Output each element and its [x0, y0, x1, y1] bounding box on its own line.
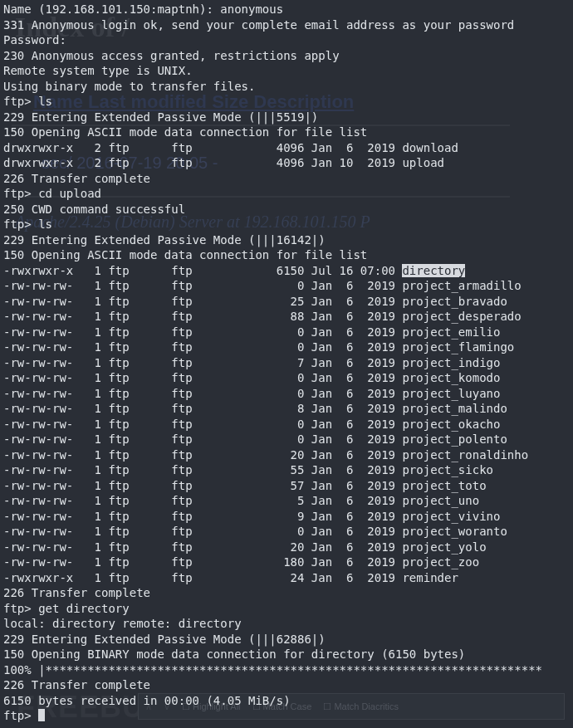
file-listing-row: drwxrwxr-x 2 ftp ftp 4096 Jan 10 2019 up… — [3, 155, 570, 171]
server-229: 229 Entering Extended Passive Mode (|||1… — [3, 232, 570, 248]
password-prompt: Password: — [3, 32, 570, 48]
file-listing-row: -rwxrwxr-x 1 ftp ftp 6150 Jul 16 07:00 d… — [3, 263, 570, 279]
terminal-output[interactable]: Name (192.168.101.150:maptnh): anonymous… — [0, 0, 573, 726]
file-listing-row: -rw-rw-rw- 1 ftp ftp 7 Jan 6 2019 projec… — [3, 355, 570, 371]
ftp-prompt: ftp> — [3, 95, 38, 108]
file-listing-row: -rw-rw-rw- 1 ftp ftp 0 Jan 6 2019 projec… — [3, 417, 570, 432]
server-331: 331 Anonymous login ok, send your comple… — [3, 17, 570, 33]
file-listing-row: -rw-rw-rw- 1 ftp ftp 20 Jan 6 2019 proje… — [3, 540, 570, 555]
server-150: 150 Opening ASCII mode data connection f… — [3, 247, 570, 263]
server-150: 150 Opening BINARY mode data connection … — [3, 647, 570, 662]
file-listing-row: -rw-rw-rw- 1 ftp ftp 0 Jan 6 2019 projec… — [3, 325, 570, 340]
server-systype: Remote system type is UNIX. — [3, 63, 570, 79]
server-226: 226 Transfer complete — [3, 171, 570, 187]
server-226: 226 Transfer complete — [3, 585, 570, 601]
login-name-input: anonymous — [220, 2, 283, 16]
ftp-prompt: ftp> — [3, 602, 38, 615]
ftp-command: cd upload — [38, 187, 101, 200]
file-listing-row: -rw-rw-rw- 1 ftp ftp 88 Jan 6 2019 proje… — [3, 309, 570, 325]
file-listing-row: drwxrwxr-x 2 ftp ftp 4096 Jan 6 2019 dow… — [3, 140, 570, 156]
file-listing-row: -rw-rw-rw- 1 ftp ftp 57 Jan 6 2019 proje… — [3, 478, 570, 494]
ftp-prompt: ftp> — [3, 217, 38, 231]
highlighted-filename: directory — [402, 264, 465, 277]
server-150: 150 Opening ASCII mode data connection f… — [3, 125, 570, 140]
cmd-ls: ftp> ls — [3, 94, 570, 110]
file-listing-row: -rw-rw-rw- 1 ftp ftp 0 Jan 6 2019 projec… — [3, 386, 570, 402]
server-229: 229 Entering Extended Passive Mode (|||5… — [3, 110, 570, 125]
login-name-line: Name (192.168.101.150:maptnh): anonymous — [3, 2, 570, 17]
ftp-command: get directory — [38, 602, 130, 615]
server-230: 230 Anonymous access granted, restrictio… — [3, 48, 570, 64]
transfer-progress: 100% |**********************************… — [3, 662, 570, 678]
file-listing-row: -rw-rw-rw- 1 ftp ftp 0 Jan 6 2019 projec… — [3, 524, 570, 540]
file-listing-row: -rw-rw-rw- 1 ftp ftp 9 Jan 6 2019 projec… — [3, 509, 570, 525]
file-listing-row: -rw-rw-rw- 1 ftp ftp 25 Jan 6 2019 proje… — [3, 294, 570, 310]
transfer-summary: 6150 bytes received in 00:00 (4.05 MiB/s… — [3, 693, 570, 709]
file-listing-row: -rw-rw-rw- 1 ftp ftp 180 Jan 6 2019 proj… — [3, 555, 570, 570]
file-listing-row: -rw-rw-rw- 1 ftp ftp 20 Jan 6 2019 proje… — [3, 447, 570, 463]
ftp-prompt: ftp> — [3, 709, 38, 722]
file-listing-row: -rw-rw-rw- 1 ftp ftp 8 Jan 6 2019 projec… — [3, 401, 570, 417]
file-listing-row: -rw-rw-rw- 1 ftp ftp 0 Jan 6 2019 projec… — [3, 370, 570, 386]
local-remote-line: local: directory remote: directory — [3, 616, 570, 632]
cmd-ls: ftp> ls — [3, 217, 570, 232]
file-listing-row: -rw-rw-rw- 1 ftp ftp 0 Jan 6 2019 projec… — [3, 432, 570, 447]
server-binmode: Using binary mode to transfer files. — [3, 79, 570, 95]
cmd-get-directory: ftp> get directory — [3, 601, 570, 617]
file-listing-row: -rwxrwxr-x 1 ftp ftp 24 Jan 6 2019 remin… — [3, 570, 570, 586]
file-listing-row: -rw-rw-rw- 1 ftp ftp 55 Jan 6 2019 proje… — [3, 462, 570, 478]
file-listing-row: -rw-rw-rw- 1 ftp ftp 0 Jan 6 2019 projec… — [3, 278, 570, 294]
ftp-prompt: ftp> — [3, 187, 38, 200]
ftp-prompt-line[interactable]: ftp> — [3, 708, 570, 724]
ftp-command: ls — [38, 95, 52, 108]
ftp-command: ls — [38, 217, 52, 231]
file-listing-row: -rw-rw-rw- 1 ftp ftp 0 Jan 6 2019 projec… — [3, 340, 570, 355]
file-listing-row: -rw-rw-rw- 1 ftp ftp 5 Jan 6 2019 projec… — [3, 493, 570, 509]
cmd-cd-upload: ftp> cd upload — [3, 186, 570, 202]
server-226: 226 Transfer complete — [3, 677, 570, 693]
cursor — [38, 709, 45, 721]
server-250: 250 CWD command successful — [3, 202, 570, 217]
server-229: 229 Entering Extended Passive Mode (|||6… — [3, 632, 570, 647]
